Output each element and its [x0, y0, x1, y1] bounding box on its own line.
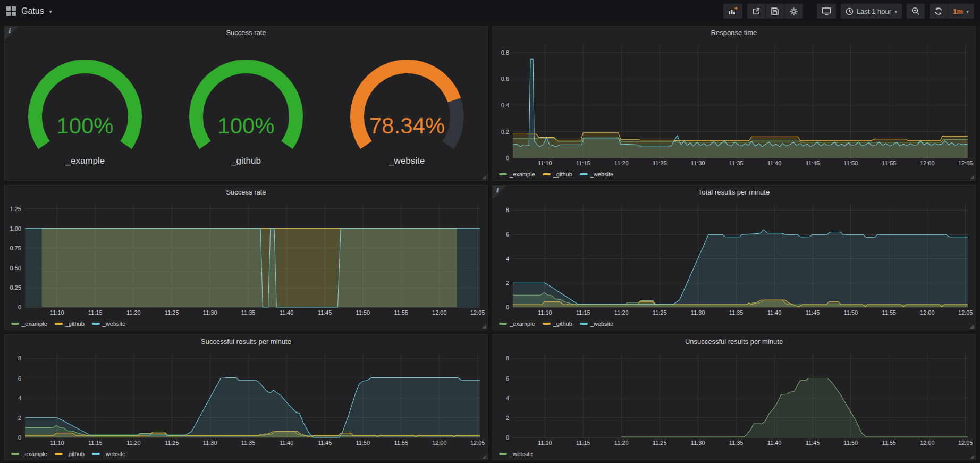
settings-button[interactable] [784, 4, 803, 19]
info-icon[interactable]: i [8, 27, 11, 35]
legend-item-website[interactable]: _website [580, 171, 613, 178]
gauge-label: _website [389, 156, 425, 166]
svg-text:2: 2 [506, 280, 509, 286]
floppy-disk-icon [771, 7, 779, 15]
panel-resize-handle[interactable] [970, 454, 974, 459]
svg-text:11:25: 11:25 [165, 309, 179, 316]
zoom-out-button[interactable] [907, 4, 925, 19]
apps-grid-icon[interactable] [6, 6, 16, 16]
panel-info-corner [5, 26, 19, 40]
refresh-button[interactable] [930, 4, 948, 19]
legend-item-example[interactable]: _example [499, 171, 535, 178]
panel-total-results: i Total results per minute 11:1011:1511:… [492, 185, 976, 330]
successful-results-chart[interactable]: 11:1011:1511:2011:2511:3011:3511:4011:45… [5, 349, 487, 448]
svg-text:11:30: 11:30 [203, 309, 217, 316]
monitor-icon [822, 7, 831, 15]
legend-item-github[interactable]: _github [55, 321, 85, 327]
svg-text:11:30: 11:30 [691, 160, 705, 166]
add-panel-button[interactable] [723, 4, 742, 19]
svg-text:11:10: 11:10 [50, 309, 64, 316]
svg-text:4: 4 [18, 395, 21, 401]
svg-text:11:15: 11:15 [576, 440, 590, 446]
panel-title[interactable]: Total results per minute [493, 186, 975, 199]
gauge-row: 100% _example 100% _github 78.34% _websi… [5, 40, 487, 180]
panel-title[interactable]: Response time [493, 26, 975, 40]
legend-item-github[interactable]: _github [543, 321, 572, 327]
svg-text:11:40: 11:40 [280, 309, 294, 316]
svg-text:11:40: 11:40 [767, 440, 782, 446]
legend-item-website[interactable]: _website [92, 451, 125, 457]
svg-text:12:05: 12:05 [958, 309, 973, 316]
svg-text:11:25: 11:25 [653, 160, 667, 166]
svg-text:11:45: 11:45 [318, 440, 332, 446]
svg-text:11:55: 11:55 [882, 309, 896, 316]
legend-item-github[interactable]: _github [55, 451, 85, 457]
dashboard-title[interactable]: Gatus [21, 6, 44, 16]
svg-text:12:05: 12:05 [470, 440, 485, 446]
panel-title[interactable]: Successful results per minute [5, 335, 487, 349]
legend-item-github[interactable]: _github [543, 171, 572, 178]
legend-item-website[interactable]: _website [92, 321, 125, 327]
svg-text:11:15: 11:15 [576, 160, 590, 166]
panel-resize-handle[interactable] [482, 454, 486, 459]
svg-text:11:35: 11:35 [241, 309, 256, 316]
legend-label: _github [65, 321, 85, 327]
legend-item-website[interactable]: _website [499, 451, 533, 457]
svg-text:0: 0 [506, 304, 509, 310]
total-results-chart[interactable]: 11:1011:1511:2011:2511:3011:3511:4011:45… [493, 199, 975, 318]
svg-text:11:40: 11:40 [767, 309, 782, 316]
panel-info-corner [493, 186, 506, 199]
time-range-button[interactable]: Last 1 hour ▾ [841, 4, 902, 19]
svg-text:11:45: 11:45 [318, 309, 332, 316]
svg-text:12:05: 12:05 [958, 440, 973, 446]
panel-successful-results: Successful results per minute 11:1011:15… [4, 334, 488, 460]
panel-title[interactable]: Success rate [5, 26, 487, 40]
svg-text:11:10: 11:10 [538, 309, 552, 316]
response-time-chart[interactable]: 11:1011:1511:2011:2511:3011:3511:4011:45… [493, 40, 975, 169]
unsuccessful-results-chart[interactable]: 11:1011:1511:2011:2511:3011:3511:4011:45… [493, 349, 975, 448]
legend-label: _website [103, 451, 125, 457]
svg-text:0.6: 0.6 [501, 75, 509, 82]
legend-item-example[interactable]: _example [499, 321, 535, 327]
dashboard-picker-caret-icon[interactable]: ▾ [49, 9, 52, 14]
legend-item-website[interactable]: _website [580, 321, 613, 327]
legend-item-example[interactable]: _example [11, 321, 47, 327]
svg-text:11:55: 11:55 [882, 160, 896, 166]
svg-text:11:20: 11:20 [614, 440, 629, 446]
success-rate-chart[interactable]: 11:1011:1511:2011:2511:3011:3511:4011:45… [5, 199, 487, 318]
panel-response-time: Response time 11:1011:1511:2011:2511:301… [492, 26, 976, 181]
tv-mode-button[interactable] [817, 4, 836, 19]
svg-text:11:35: 11:35 [729, 309, 744, 316]
top-navbar: Gatus ▾ [0, 0, 980, 22]
magnifier-minus-icon [911, 7, 920, 15]
panel-resize-handle[interactable] [482, 324, 486, 329]
panel-title[interactable]: Unsuccessful results per minute [493, 335, 975, 349]
svg-text:11:20: 11:20 [614, 309, 629, 316]
legend-item-example[interactable]: _example [11, 451, 47, 457]
refresh-interval-button[interactable]: 1m ▾ [948, 4, 974, 19]
panel-resize-handle[interactable] [970, 175, 974, 179]
legend-swatch [499, 173, 507, 175]
save-button[interactable] [765, 4, 784, 19]
dashboard-grid: i Success rate 100% _example 100% _githu… [0, 22, 980, 460]
share-button[interactable] [747, 4, 765, 19]
svg-text:11:45: 11:45 [806, 160, 820, 166]
svg-text:0.2: 0.2 [501, 129, 509, 135]
svg-text:11:10: 11:10 [538, 160, 552, 166]
panel-resize-handle[interactable] [482, 175, 486, 179]
panel-unsuccessful-results: Unsuccessful results per minute 11:1011:… [492, 334, 976, 460]
info-icon[interactable]: i [496, 187, 499, 194]
svg-text:6: 6 [18, 375, 21, 382]
gauge-value: 100% [217, 113, 274, 138]
legend-label: _website [510, 451, 533, 457]
panel-title[interactable]: Success rate [5, 186, 487, 199]
legend-swatch [92, 453, 100, 455]
svg-text:4: 4 [506, 256, 509, 262]
legend-swatch [580, 173, 588, 175]
gear-icon [789, 7, 798, 16]
svg-text:11:20: 11:20 [126, 309, 141, 316]
svg-text:8: 8 [506, 207, 509, 213]
gauge-website: 78.34% _website [326, 54, 487, 166]
svg-text:11:30: 11:30 [203, 440, 217, 446]
panel-resize-handle[interactable] [970, 324, 974, 329]
